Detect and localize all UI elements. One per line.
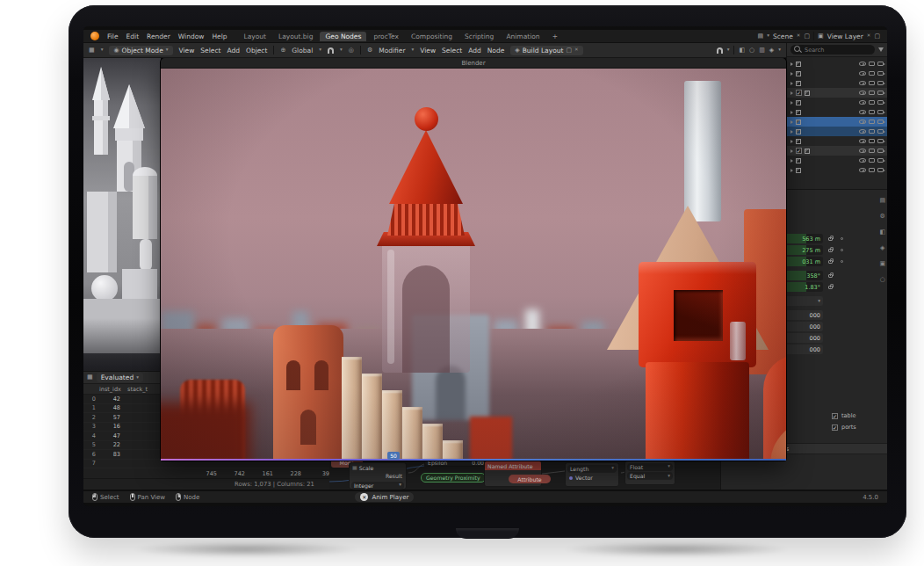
outliner-row[interactable]: ✓ [787, 146, 887, 156]
camera-icon[interactable] [877, 139, 884, 143]
lock-icon[interactable] [828, 286, 833, 289]
screen-icon[interactable] [869, 91, 875, 95]
view-layer-icon[interactable]: ▣ [818, 33, 824, 40]
lock-icon[interactable] [828, 249, 833, 252]
animate-dot-icon[interactable] [841, 260, 843, 263]
proportional-editing-icon[interactable]: ◎ [349, 47, 354, 54]
node-menu-view[interactable]: View [420, 47, 436, 54]
animate-dot-icon[interactable] [841, 249, 843, 251]
screen-icon[interactable] [869, 71, 875, 76]
screen-icon[interactable] [869, 168, 875, 172]
node-field[interactable]: Integer▾ [351, 482, 404, 490]
properties-tab-icon[interactable]: ○ [880, 276, 885, 283]
properties-tab-icon[interactable]: ▣ [879, 260, 885, 267]
expand-icon[interactable] [790, 130, 793, 134]
camera-icon[interactable] [877, 81, 884, 85]
node-menu-node[interactable]: Node [487, 47, 505, 54]
add-workspace-button[interactable]: + [547, 32, 563, 41]
eye-icon[interactable] [859, 81, 866, 85]
camera-icon[interactable] [877, 62, 884, 66]
scene-icon[interactable]: ▤ [758, 33, 764, 40]
checkbox-icon[interactable]: ✓ [796, 148, 802, 154]
tab-proctex[interactable]: procTex [368, 32, 404, 41]
eye-icon[interactable] [859, 120, 866, 124]
menu-view[interactable]: View [179, 47, 195, 54]
visibility-toggle-row[interactable]: ✓ ports [832, 424, 856, 431]
node-tree-selector[interactable]: ◈ Build Layout ▢ ✕ [510, 46, 582, 55]
stop-icon[interactable]: ✕ [360, 493, 368, 501]
snap-magnet-icon[interactable] [328, 47, 334, 54]
expand-icon[interactable] [790, 62, 793, 66]
rotation-mode-dropdown[interactable]: ▾ [783, 296, 823, 306]
expand-icon[interactable] [790, 91, 793, 95]
node-field[interactable]: Length▾ [567, 465, 617, 473]
expand-icon[interactable] [790, 82, 793, 85]
editor-type-icon[interactable]: ▦ [89, 47, 95, 54]
remove-view-layer-icon[interactable]: ✕ [867, 33, 871, 39]
properties-tab-icon[interactable]: ◈ [880, 244, 884, 251]
node-header[interactable]: Named Attribute [485, 461, 541, 470]
node-tree-type[interactable]: Modifier [379, 47, 405, 54]
menu-object[interactable]: Object [246, 47, 267, 54]
tab-scripting[interactable]: Scripting [459, 32, 499, 41]
render-window-titlebar[interactable]: Blender [161, 58, 786, 69]
properties-tab-icon[interactable]: ▤ [879, 197, 885, 204]
scale-y-field[interactable]: 000 [783, 322, 823, 331]
screen-icon[interactable] [869, 139, 875, 143]
outliner-row[interactable] [787, 107, 887, 117]
camera-icon[interactable] [877, 91, 884, 95]
properties-tab-icon[interactable]: ⚙ [880, 213, 885, 220]
eye-icon[interactable] [859, 110, 866, 114]
orientation-label[interactable]: Global [292, 47, 313, 54]
lock-icon[interactable] [828, 237, 833, 241]
screen-icon[interactable] [869, 110, 875, 114]
eye-icon[interactable] [859, 168, 866, 172]
new-scene-icon[interactable]: ▢ [804, 33, 810, 40]
expand-icon[interactable] [790, 159, 793, 163]
node-field[interactable]: Float▾ [627, 463, 673, 471]
rotation-x-field[interactable]: 358° [783, 271, 823, 280]
outliner-search[interactable] [790, 45, 875, 54]
overlay-caret[interactable]: ▾ [778, 47, 781, 53]
screen-icon[interactable] [869, 62, 875, 66]
node-scale[interactable]: ▦ Scale Result Integer▾ [349, 462, 407, 490]
menu-add[interactable]: Add [227, 47, 240, 54]
tab-geo-nodes[interactable]: Geo Nodes [320, 32, 366, 41]
tab-animation[interactable]: Animation [501, 32, 545, 41]
node-compare[interactable]: Float▾ Equal▾ [624, 461, 675, 485]
expand-icon[interactable] [790, 111, 793, 114]
menu-edit[interactable]: Edit [126, 33, 140, 40]
node-length[interactable]: Length▾ Vector [565, 462, 619, 487]
overlay-icon-3[interactable]: ▥ [759, 47, 765, 54]
column-header[interactable]: stack_t [127, 386, 155, 393]
location-x-field[interactable]: 563 m [783, 234, 823, 243]
checkbox-icon[interactable]: ✓ [832, 413, 838, 419]
snap-caret[interactable]: ▾ [340, 47, 343, 53]
expand-icon[interactable] [790, 140, 793, 143]
checkbox-icon[interactable]: ✓ [796, 90, 802, 96]
camera-icon[interactable] [877, 168, 884, 172]
node-field[interactable]: Equal▾ [627, 472, 673, 480]
overlay-icon-1[interactable]: ◧ [739, 47, 745, 54]
menu-render[interactable]: Render [147, 33, 170, 40]
attribute-pill[interactable]: Attribute [509, 475, 551, 483]
eye-icon[interactable] [859, 139, 866, 143]
camera-icon[interactable] [877, 129, 884, 134]
node-menu-add[interactable]: Add [468, 47, 481, 54]
tree-type-caret[interactable]: ▾ [412, 47, 415, 53]
outliner-search-input[interactable] [805, 47, 871, 54]
tab-layout-big[interactable]: Layout.big [273, 32, 319, 41]
new-view-layer-icon[interactable]: ▢ [874, 33, 880, 40]
rotation-y-field[interactable]: 1.83° [783, 282, 823, 292]
screen-icon[interactable] [869, 149, 875, 153]
scale-z-field[interactable]: 000 [783, 333, 823, 343]
camera-icon[interactable] [877, 120, 884, 124]
viewport-3d[interactable] [83, 58, 161, 371]
menu-window[interactable]: Window [178, 33, 205, 40]
outliner-row[interactable] [787, 156, 887, 165]
outliner-row[interactable] [787, 136, 887, 146]
outliner-row[interactable] [787, 59, 887, 69]
outliner-row-selected[interactable] [787, 117, 887, 127]
transform-orientation-icon[interactable]: ⊕ [280, 47, 285, 54]
tab-layout[interactable]: Layout [238, 32, 271, 41]
